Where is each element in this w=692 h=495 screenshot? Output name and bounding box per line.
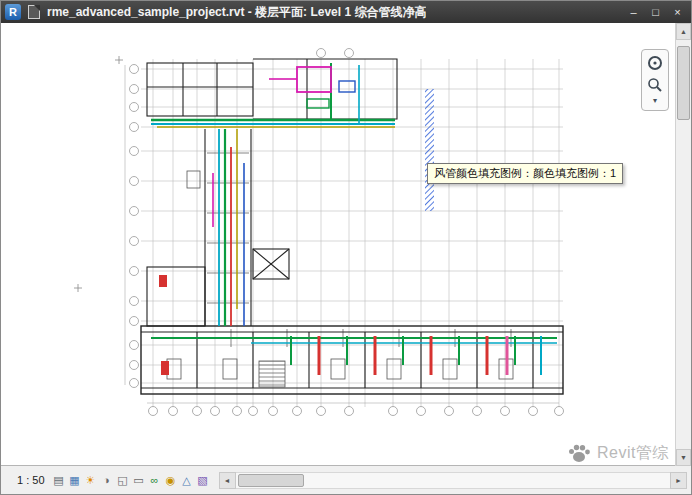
- drawing-canvas[interactable]: 风管颜色填充图例：颜色填充图例：1 ▾ ▲ ▼: [1, 23, 691, 466]
- vertical-scrollbar[interactable]: ▲ ▼: [675, 23, 691, 466]
- title-bar: R rme_advanced_sample_project.rvt - 楼层平面…: [1, 1, 691, 23]
- zoom-magnifier-icon: [647, 77, 663, 93]
- horizontal-scrollbar[interactable]: ◄ ►: [219, 473, 687, 488]
- steering-wheel-icon: [647, 55, 663, 71]
- horizontal-scroll-thumb[interactable]: [238, 474, 304, 487]
- vertical-scroll-thumb[interactable]: [677, 46, 690, 120]
- sun-path-icon[interactable]: ☀: [83, 472, 99, 488]
- visual-style-icon[interactable]: ▦: [67, 472, 83, 488]
- crop-view-icon[interactable]: ◱: [115, 472, 131, 488]
- reference-marks: [74, 56, 123, 292]
- zoom-dropdown-arrow[interactable]: ▾: [653, 98, 657, 106]
- scroll-up-button[interactable]: ▲: [676, 23, 691, 40]
- view-scale-button[interactable]: 1 : 50: [11, 472, 51, 488]
- maximize-button[interactable]: □: [646, 5, 665, 20]
- revit-app-button[interactable]: R: [5, 4, 21, 20]
- crop-region-icon[interactable]: ▭: [131, 472, 147, 488]
- hide-isolate-icon[interactable]: ∞: [147, 472, 163, 488]
- element-tooltip: 风管颜色填充图例：颜色填充图例：1: [427, 163, 623, 184]
- scroll-right-button[interactable]: ►: [670, 472, 687, 489]
- minimize-button[interactable]: –: [624, 5, 643, 20]
- scroll-left-button[interactable]: ◄: [219, 472, 236, 489]
- vertical-scroll-track[interactable]: [676, 40, 691, 449]
- view-control-bar: 1 : 50 ▤ ▦ ☀ ◑ ◱ ▭ ∞ ◉ △ ▧ ◄ ►: [1, 465, 691, 494]
- close-button[interactable]: ×: [668, 5, 687, 20]
- detail-level-icon[interactable]: ▤: [51, 472, 67, 488]
- window-controls: – □ ×: [624, 5, 687, 20]
- grid-lines: [141, 59, 563, 407]
- zoom-button[interactable]: [645, 76, 665, 94]
- analytical-model-icon[interactable]: △: [179, 472, 195, 488]
- navigation-bar: ▾: [641, 49, 669, 111]
- reveal-hidden-icon[interactable]: ◉: [163, 472, 179, 488]
- color-fill-legend-element[interactable]: [425, 89, 434, 211]
- scroll-down-button[interactable]: ▼: [676, 449, 691, 466]
- revit-window: R rme_advanced_sample_project.rvt - 楼层平面…: [0, 0, 692, 495]
- window-title: rme_advanced_sample_project.rvt - 楼层平面: …: [47, 4, 426, 21]
- mep-ducts: [151, 63, 557, 375]
- document-icon: [28, 5, 40, 19]
- floor-plan-drawing: [1, 23, 676, 466]
- steering-wheel-button[interactable]: [645, 54, 665, 72]
- horizontal-scroll-track[interactable]: [236, 472, 670, 489]
- shadows-icon[interactable]: ◑: [99, 472, 115, 488]
- temporary-view-icon[interactable]: ▧: [195, 472, 211, 488]
